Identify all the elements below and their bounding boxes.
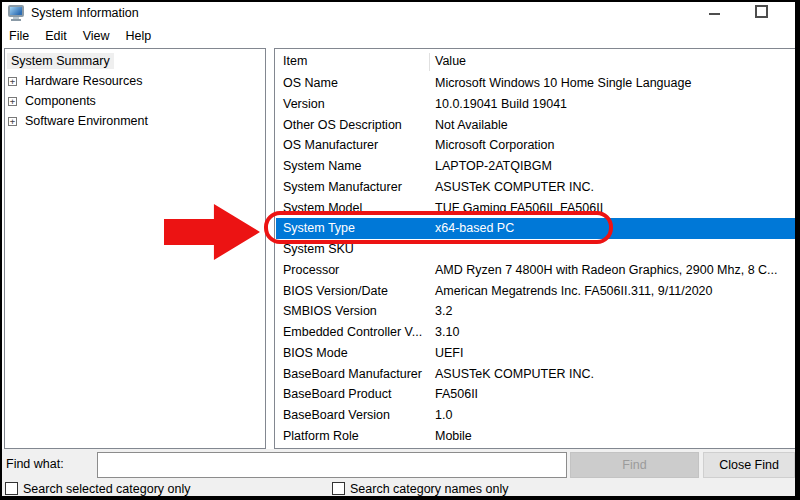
minimize-icon: [709, 13, 720, 15]
title-bar: System Information: [2, 2, 795, 26]
row-value-cell: Microsoft Corporation: [435, 138, 555, 152]
menu-item-file[interactable]: File: [2, 26, 37, 48]
details-list: Item Value OS NameMicrosoft Windows 10 H…: [274, 48, 797, 449]
table-row[interactable]: BaseBoard ManufacturerASUSTeK COMPUTER I…: [276, 364, 797, 385]
row-value-cell: FA506II: [435, 387, 478, 401]
table-row[interactable]: OS ManufacturerMicrosoft Corporation: [276, 135, 797, 156]
row-item-cell: BaseBoard Product: [283, 387, 391, 401]
menu-item-view[interactable]: View: [75, 26, 118, 48]
row-value-cell: Not Available: [435, 118, 508, 132]
expand-icon[interactable]: +: [8, 97, 17, 106]
row-item-cell: Version: [283, 97, 325, 111]
row-item-cell: Processor: [283, 263, 339, 277]
checkbox-label: Search selected category only: [23, 482, 190, 496]
sidebar-item-system-summary[interactable]: System Summary: [7, 53, 114, 71]
table-row[interactable]: Version10.0.19041 Build 19041: [276, 94, 797, 115]
row-value-cell: UEFI: [435, 346, 463, 360]
table-row[interactable]: BIOS ModeUEFI: [276, 343, 797, 364]
system-information-window: System Information FileEditViewHelp Syst…: [0, 0, 800, 500]
table-row[interactable]: Other OS DescriptionNot Available: [276, 115, 797, 136]
row-item-cell: BaseBoard Manufacturer: [283, 367, 422, 381]
table-row[interactable]: BaseBoard ProductFA506II: [276, 384, 797, 405]
column-divider[interactable]: [429, 53, 430, 71]
table-row[interactable]: BaseBoard Version1.0: [276, 405, 797, 426]
row-item-cell: Embedded Controller V...: [283, 325, 422, 339]
search-category-names-checkbox-group: Search category names only: [332, 481, 508, 497]
row-item-cell: System Name: [283, 159, 362, 173]
row-value-cell: Microsoft Windows 10 Home Single Languag…: [435, 76, 691, 90]
row-item-cell: Platform Role: [283, 429, 359, 443]
table-row[interactable]: System NameLAPTOP-2ATQIBGM: [276, 156, 797, 177]
row-item-cell: OS Name: [283, 76, 338, 90]
row-value-cell: 1.0: [435, 408, 452, 422]
row-value-cell: ASUSTeK COMPUTER INC.: [435, 367, 594, 381]
row-item-cell: SMBIOS Version: [283, 304, 377, 318]
find-bar: Find what: Find Close Find Search select…: [2, 449, 795, 498]
sidebar-item-label: Software Environment: [21, 113, 152, 129]
table-row[interactable]: BIOS Version/DateAmerican Megatrends Inc…: [276, 281, 797, 302]
list-header: Item Value: [275, 51, 796, 72]
minimize-button[interactable]: [698, 2, 732, 26]
expand-icon[interactable]: +: [8, 117, 17, 126]
sidebar-item-label: Components: [21, 93, 100, 109]
find-button[interactable]: Find: [570, 452, 699, 478]
table-row[interactable]: Platform RoleMobile: [276, 426, 797, 447]
checkbox-search-selected-category-only[interactable]: [5, 482, 18, 495]
find-input[interactable]: [97, 452, 567, 478]
row-item-cell: System Manufacturer: [283, 180, 402, 194]
row-value-cell: 3.10: [435, 325, 459, 339]
table-row[interactable]: ProcessorAMD Ryzen 7 4800H with Radeon G…: [276, 260, 797, 281]
row-value-cell: AMD Ryzen 7 4800H with Radeon Graphics, …: [435, 263, 778, 277]
close-find-button[interactable]: Close Find: [703, 452, 795, 478]
find-what-label: Find what:: [6, 457, 64, 471]
column-header-item: Item: [283, 54, 307, 68]
row-item-cell: OS Manufacturer: [283, 138, 378, 152]
row-value-cell: LAPTOP-2ATQIBGM: [435, 159, 552, 173]
table-row[interactable]: OS NameMicrosoft Windows 10 Home Single …: [276, 73, 797, 94]
row-item-cell: BIOS Mode: [283, 346, 348, 360]
sidebar-item-hardware-resources[interactable]: +Hardware Resources: [7, 73, 146, 91]
sidebar-item-label: Hardware Resources: [21, 73, 146, 89]
row-item-cell: System SKU: [283, 242, 354, 256]
expand-icon[interactable]: +: [8, 77, 17, 86]
sidebar-item-components[interactable]: +Components: [7, 93, 100, 111]
maximize-icon: [755, 5, 768, 18]
table-row[interactable]: System ManufacturerASUSTeK COMPUTER INC.: [276, 177, 797, 198]
maximize-button[interactable]: [742, 2, 776, 26]
sidebar-item-label: System Summary: [7, 53, 114, 69]
checkbox-label: Search category names only: [350, 482, 508, 496]
row-item-cell: Other OS Description: [283, 118, 402, 132]
row-value-cell: Mobile: [435, 429, 472, 443]
window-title: System Information: [31, 6, 139, 20]
menu-bar: FileEditViewHelp: [2, 26, 795, 48]
menu-item-edit[interactable]: Edit: [37, 26, 75, 48]
row-item-cell: BIOS Version/Date: [283, 284, 388, 298]
search-selected-category-checkbox-group: Search selected category only: [5, 481, 190, 497]
row-value-cell: 3.2: [435, 304, 452, 318]
row-value-cell: American Megatrends Inc. FA506II.311, 9/…: [435, 284, 712, 298]
menu-item-help[interactable]: Help: [118, 26, 160, 48]
sidebar-item-software-environment[interactable]: +Software Environment: [7, 113, 152, 131]
column-header-value: Value: [435, 54, 466, 68]
checkbox-search-category-names-only[interactable]: [332, 482, 345, 495]
row-value-cell: ASUSTeK COMPUTER INC.: [435, 180, 594, 194]
table-row[interactable]: Embedded Controller V...3.10: [276, 322, 797, 343]
red-circle-annotation: [264, 211, 613, 244]
row-value-cell: 10.0.19041 Build 19041: [435, 97, 567, 111]
row-item-cell: BaseBoard Version: [283, 408, 390, 422]
system-information-app-icon: [8, 5, 25, 22]
table-row[interactable]: SMBIOS Version3.2: [276, 301, 797, 322]
